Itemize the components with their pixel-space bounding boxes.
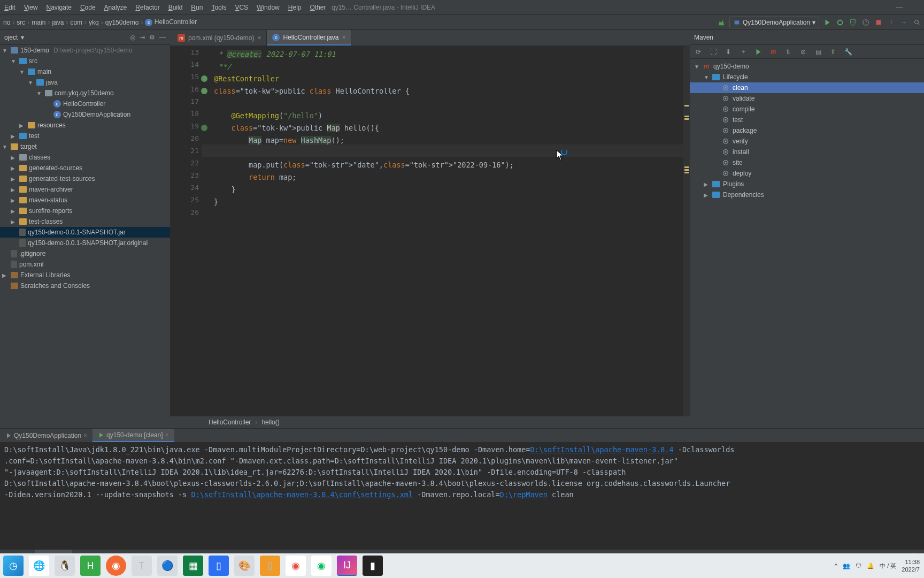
tray-time[interactable]: 11:38 [905,558,920,566]
collapse-icon[interactable]: ⇥ [140,34,145,41]
maven-tree-row[interactable]: ▼mqy150-demo [690,61,924,72]
reload-icon[interactable]: ⟳ [694,48,703,56]
profile-button[interactable] [861,18,871,27]
menu-analyze[interactable]: Analyze [100,2,132,13]
code-editor[interactable]: * @create: 2022-07-07 11:01 **/@RestCont… [202,46,683,416]
expander-icon[interactable]: ▼ [36,90,43,96]
expander-icon[interactable]: ▼ [2,144,9,150]
taskbar-cmd[interactable]: ▮ [363,556,383,576]
expander-icon[interactable]: ▶ [2,272,9,278]
taskbar-wechat[interactable]: ◉ [311,556,332,576]
toggle-offline-icon[interactable]: ⥮ [784,48,792,56]
taskbar-paint[interactable]: 🎨 [234,556,255,576]
tree-row[interactable]: ▼ com.ykq.qy150demo [0,88,170,98]
breadcrumb-item[interactable]: main [29,19,48,26]
maven-tree-row[interactable]: site [690,157,924,168]
menu-help[interactable]: Help [284,2,306,13]
breadcrumb-item[interactable]: src [14,19,27,26]
menu-tools[interactable]: Tools [207,2,230,13]
vcs-update-icon[interactable] [887,18,896,27]
menu-refactor[interactable]: Refactor [131,2,164,13]
breadcrumb-item[interactable]: com [68,19,84,26]
console-link[interactable]: D:\softInstall\apache-maven-3.8.4 [530,445,673,454]
tree-row[interactable]: ▶ surefire-reports [0,206,170,216]
show-deps-icon[interactable]: ▤ [814,48,822,56]
taskbar-qq[interactable]: 🐧 [55,556,75,576]
close-icon[interactable]: × [342,34,345,41]
breadcrumb-item[interactable]: qy150demo [103,19,141,26]
taskbar-browser[interactable]: 🌐 [29,556,49,576]
run-button[interactable] [822,18,832,27]
tree-row[interactable]: ▶ generated-sources [0,163,170,173]
taskbar-hbuilder[interactable]: H [80,556,101,576]
gear-icon[interactable]: ⚙ [149,34,155,41]
tree-row[interactable]: ▼ main [0,66,170,77]
tray-caret-icon[interactable]: ^ [835,562,837,569]
coverage-button[interactable] [848,18,858,27]
taskbar-meeting[interactable]: ▯ [209,556,229,576]
taskbar-chrome[interactable]: 🔵 [157,556,178,576]
menu-run[interactable]: Run [187,2,207,13]
editor-tab[interactable]: c HelloController.java × [267,30,351,45]
tree-row[interactable]: c Qy150DemoApplication [0,109,170,120]
expander-icon[interactable]: ▼ [2,48,9,54]
run-tab[interactable]: qy150-demo [clean]× [93,429,174,442]
chevron-down-icon[interactable]: ▾ [21,34,24,41]
close-icon[interactable]: × [165,431,169,439]
menu-build[interactable]: Build [164,2,187,13]
expander-icon[interactable]: ▶ [11,165,17,171]
maven-tree-row[interactable]: test [690,115,924,125]
tree-row[interactable]: Scratches and Consoles [0,280,170,291]
tree-row[interactable]: c HelloController [0,98,170,109]
taskbar-app[interactable]: ◷ [3,556,24,576]
m-icon[interactable]: m [769,48,777,56]
stop-button[interactable] [874,18,883,27]
search-everywhere-icon[interactable] [912,18,922,27]
taskbar-vm[interactable]: ▯ [260,556,280,576]
close-icon[interactable]: × [83,432,87,439]
menu-window[interactable]: Window [252,2,284,13]
expander-icon[interactable]: ▶ [11,208,17,214]
tray-people-icon[interactable]: 👥 [843,562,850,569]
taskbar-todesk[interactable]: ◉ [286,556,306,576]
tree-row[interactable]: .gitignore [0,248,170,259]
run-maven-icon[interactable] [754,48,763,56]
maven-tree-row[interactable]: ▶Dependencies [690,189,924,200]
run-config-selector[interactable]: Qy150DemoApplication ▾ [729,17,819,28]
close-icon[interactable]: × [257,34,261,42]
tree-row[interactable]: ▼ target [0,141,170,152]
maven-tree-row[interactable]: deploy [690,168,924,179]
taskbar-idea[interactable]: IJ [337,556,357,576]
breadcrumb-item[interactable]: no [1,19,12,26]
menu-code[interactable]: Code [76,2,100,13]
maven-tree-row[interactable]: validate [690,93,924,104]
vcs-commit-icon[interactable] [899,18,909,27]
tree-row[interactable]: qy150-demo-0.0.1-SNAPSHOT.jar [0,227,170,238]
tree-row[interactable]: ▶ generated-test-sources [0,173,170,184]
run-tab[interactable]: Qy150DemoApplication× [0,429,93,442]
expander-icon[interactable]: ▶ [11,155,17,161]
editor-tab[interactable]: m pom.xml (qy150-demo) × [172,30,267,45]
error-stripe[interactable] [683,46,690,416]
expander-icon[interactable]: ▶ [19,123,26,128]
maven-tree-row[interactable]: ▼Lifecycle [690,72,924,82]
tree-row[interactable]: ▼ 150-demo D:\web-project\qy150-demo [0,45,170,56]
maven-tree-row[interactable]: compile [690,104,924,115]
tray-bell-icon[interactable]: 🔔 [867,562,874,569]
editor-breadcrumb[interactable]: HelloController › hello() [170,416,690,428]
add-icon[interactable]: ＋ [739,48,748,56]
console-link[interactable]: D:\softInstall\apache-maven-3.8.4\conf\s… [191,490,413,499]
taskbar-excel[interactable]: ▦ [183,556,203,576]
tree-row[interactable]: pom.xml [0,259,170,270]
tray-date[interactable]: 2022/7 [902,566,920,573]
expander-icon[interactable]: ▼ [11,58,17,64]
minimize-icon[interactable]: — [896,4,903,11]
tree-row[interactable]: ▶ resources [0,120,170,131]
tree-row[interactable]: ▶ maven-status [0,195,170,206]
tree-row[interactable]: ▶ test [0,131,170,141]
console-link[interactable]: D:\repMaven [500,490,548,499]
maven-tree-row[interactable]: clean [690,82,924,93]
tray-shield-icon[interactable]: 🛡 [856,562,861,569]
taskbar-postman[interactable]: ◉ [106,556,126,576]
expander-icon[interactable]: ▶ [11,133,17,139]
